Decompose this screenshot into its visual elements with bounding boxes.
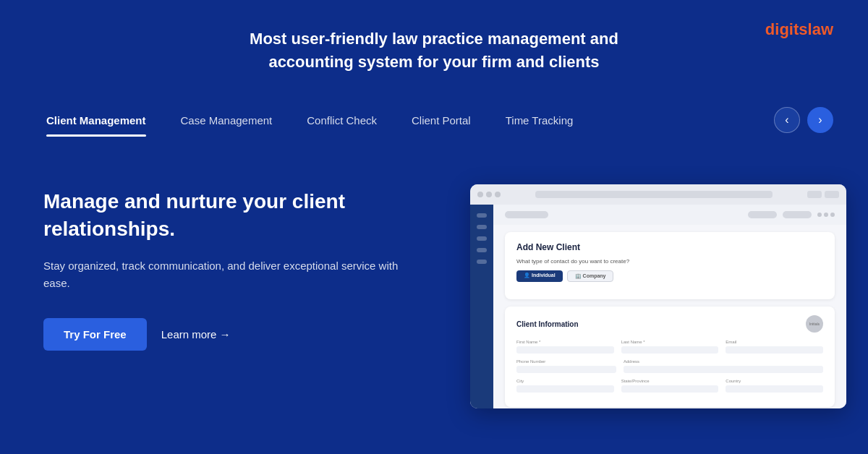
address-field: Address [624,359,823,373]
state-input[interactable] [621,385,719,393]
form-card-subtitle: What type of contact do you want to crea… [516,258,823,265]
dot-3 [495,192,501,197]
phone-field: Phone Number [516,359,616,373]
main-heading: Manage and nurture your client relations… [43,188,405,243]
address-input[interactable] [624,366,823,373]
hero-title-line1: Most user-friendly law practice manageme… [250,30,618,48]
form-row-1: First Name * Last Name * Email [516,340,823,354]
try-for-free-button[interactable]: Try For Free [43,318,147,351]
state-label: State/Province [621,379,719,383]
logo-text-regular: digits [765,20,808,38]
address-label: Address [624,359,823,364]
last-name-label: Last Name * [621,340,719,344]
client-info-card: Client Information Initials First Name *… [505,307,835,407]
city-field: City [516,379,614,393]
avatar: Initials [806,315,823,333]
chevron-right-icon: › [818,113,822,127]
main-content-area: Add New Client What type of contact do y… [493,205,846,408]
hero-title-line2: accounting system for your firm and clie… [268,53,599,71]
browser-btn-2 [825,191,839,198]
toggle-company[interactable]: 🏢 Company [567,270,614,282]
country-field: Country [726,379,823,393]
prev-arrow-button[interactable]: ‹ [774,107,800,133]
hero-title: Most user-friendly law practice manageme… [217,27,651,74]
company-icon: 🏢 [575,273,583,278]
phone-label: Phone Number [516,359,616,364]
last-name-input[interactable] [621,346,719,354]
email-field: Email [726,340,823,354]
chevron-left-icon: ‹ [785,113,788,127]
first-name-label: First Name * [516,340,614,344]
form-row-2: Phone Number Address [516,359,823,373]
add-new-client-card: Add New Client What type of contact do y… [505,232,835,299]
country-input[interactable] [726,385,823,393]
client-info-header: Client Information Initials [516,315,823,333]
left-content: Manage and nurture your client relations… [43,188,405,351]
tab-client-management[interactable]: Client Management [29,107,163,134]
form-card-title: Add New Client [516,242,823,252]
topbar-dot-2 [824,213,828,217]
learn-more-button[interactable]: Learn more → [161,328,231,340]
city-label: City [516,379,614,383]
browser-dots [477,192,501,197]
dot-2 [486,192,492,197]
nav-arrows: ‹ › [774,107,833,133]
side-nav-item-3 [477,236,487,241]
content-topbar [493,205,846,225]
side-nav [470,205,493,408]
email-label: Email [726,340,823,344]
state-field: State/Province [621,379,719,393]
cta-buttons: Try For Free Learn more → [43,318,405,351]
logo: digitslaw [765,20,833,39]
country-label: Country [726,379,823,383]
screenshot-panel: Add New Client What type of contact do y… [470,184,846,408]
nav-tabs: Client Management Case Management Confli… [29,107,590,134]
city-input[interactable] [516,385,614,393]
logo-text-accent: law [808,20,833,38]
client-info-title: Client Information [516,320,579,328]
topbar-dot-3 [830,213,835,217]
topbar-action-2 [783,211,812,218]
tab-conflict-check[interactable]: Conflict Check [289,107,394,134]
avatar-label: Initials [809,322,820,326]
first-name-field: First Name * [516,340,614,354]
phone-input[interactable] [516,366,616,373]
toggle-individual[interactable]: 👤 Individual [516,270,563,282]
tab-case-management[interactable]: Case Management [163,107,290,134]
first-name-input[interactable] [516,346,614,354]
side-nav-item-2 [477,225,487,229]
topbar-action-1 [748,211,777,218]
last-name-field: Last Name * [621,340,719,354]
side-nav-item-1 [477,213,487,218]
contact-type-toggles: 👤 Individual 🏢 Company [516,270,823,282]
form-row-3: City State/Province Country [516,379,823,393]
topbar-dot-1 [817,213,822,217]
app-layout: Add New Client What type of contact do y… [470,205,846,408]
dot-1 [477,192,483,197]
tab-client-portal[interactable]: Client Portal [394,107,488,134]
tab-time-tracking[interactable]: Time Tracking [488,107,591,134]
side-nav-item-4 [477,248,487,252]
browser-bar [470,184,846,205]
url-bar [535,191,773,198]
side-nav-item-5 [477,260,487,264]
browser-btn-1 [807,191,822,198]
sub-text: Stay organized, track communication, and… [43,257,405,292]
topbar-breadcrumb [505,211,548,218]
individual-icon: 👤 [524,273,532,278]
email-input[interactable] [726,346,823,354]
next-arrow-button[interactable]: › [807,107,833,133]
